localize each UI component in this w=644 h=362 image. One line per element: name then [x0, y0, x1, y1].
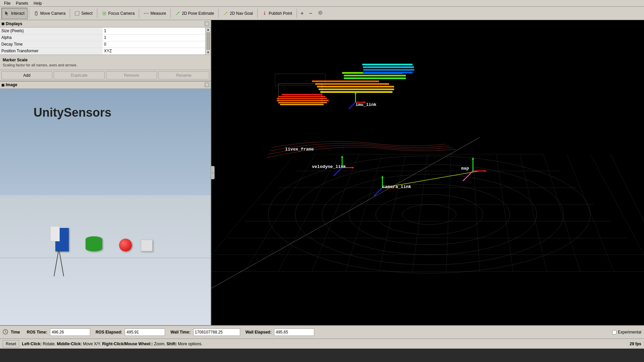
svg-rect-60	[344, 75, 406, 76]
toolbar-pose-estimate-button[interactable]: 2D Pose Estimate	[172, 8, 217, 19]
svg-rect-50	[277, 98, 327, 99]
3d-view[interactable]: imu_link livox_frame velodyne_link camer…	[211, 20, 644, 325]
svg-rect-1	[35, 11, 37, 15]
white-box	[141, 240, 153, 251]
menu-file[interactable]: File	[1, 1, 13, 6]
toolbar-publish-point-button[interactable]: Publish Point	[259, 8, 295, 19]
collapse-handle[interactable]: ‹	[211, 166, 215, 179]
toolbar-focus-camera-button[interactable]: Focus Camera	[99, 8, 138, 19]
floor-line	[0, 258, 211, 258]
prop-value-size[interactable]: 1	[103, 27, 205, 34]
toolbar-separator-1	[29, 9, 29, 18]
add-button[interactable]: Add	[1, 71, 52, 79]
svg-rect-63	[363, 66, 414, 68]
image-panel-icon: ▣	[1, 83, 4, 87]
right-click-action: Zoom.	[154, 342, 166, 346]
rename-button[interactable]: Rename	[158, 71, 209, 79]
svg-line-36	[520, 154, 547, 272]
toolbar-interact-button[interactable]: Interact	[1, 8, 28, 19]
prop-value-alpha[interactable]: 1	[103, 34, 205, 41]
prop-value-decay[interactable]: 0	[103, 41, 205, 48]
left-click-action: Rotate.	[43, 342, 57, 346]
nav-icon	[223, 11, 228, 16]
marker-scale-title: Marker Scale	[3, 58, 208, 62]
prop-name-alpha: Alpha	[0, 34, 103, 41]
prop-name-pos-transform: Position Transformer	[0, 48, 103, 54]
toolbar-plus-button[interactable]: +	[298, 8, 306, 19]
svg-rect-55	[315, 83, 389, 85]
experimental-section: Experimental	[612, 330, 641, 335]
ros-elapsed-input[interactable]	[125, 328, 165, 336]
image-panel-resize-icon[interactable]	[205, 82, 209, 87]
wall-elapsed-input[interactable]	[274, 328, 314, 336]
svg-line-27	[245, 154, 315, 272]
toolbar-separator-7	[257, 9, 258, 18]
toolbar-minus-button[interactable]: −	[307, 8, 314, 19]
toolbar-measure-button[interactable]: Measure	[141, 8, 169, 19]
cursor-icon	[4, 11, 10, 16]
svg-rect-58	[320, 91, 392, 93]
statusbar: Reset Left-Click: Rotate. Middle-Click: …	[0, 339, 644, 349]
right-click-label: Right-Click/Mouse Wheel::	[102, 342, 153, 346]
prop-row-alpha: Alpha 1	[0, 34, 205, 41]
measure-icon	[144, 11, 149, 16]
svg-marker-83	[381, 176, 383, 178]
scroll-down-button[interactable]: ▼	[206, 50, 210, 55]
prop-name-decay: Decay Time	[0, 41, 103, 48]
middle-click-action: Move X/Y.	[83, 342, 102, 346]
svg-marker-69	[364, 101, 366, 103]
svg-marker-91	[472, 158, 474, 160]
scroll-up-button[interactable]: ▲	[206, 27, 210, 32]
svg-point-44	[322, 174, 537, 255]
image-canvas: UnitySensors	[0, 89, 211, 325]
gear-icon	[318, 10, 323, 16]
wall-elapsed-label: Wall Elapsed:	[246, 330, 272, 335]
svg-line-35	[496, 154, 513, 272]
reset-button[interactable]: Reset	[3, 340, 19, 348]
experimental-label: Experimental	[618, 330, 641, 335]
svg-line-31	[379, 154, 406, 272]
svg-point-43	[349, 184, 510, 245]
green-cylinder	[86, 236, 102, 251]
prop-row-size: Size (Pixels) 1	[0, 27, 205, 34]
svg-marker-75	[352, 167, 354, 169]
displays-scrollbar[interactable]: ▲ ▼	[205, 27, 211, 55]
svg-rect-56	[317, 86, 394, 87]
svg-rect-54	[312, 80, 379, 82]
svg-rect-65	[363, 72, 413, 73]
ros-time-input[interactable]	[50, 328, 90, 336]
svg-rect-52	[278, 102, 327, 103]
small-white-box	[50, 226, 60, 241]
svg-point-42	[376, 194, 483, 235]
prop-row-decay-time: Decay Time 0	[0, 41, 205, 48]
remove-button[interactable]: Remove	[106, 71, 157, 79]
toolbar-separator-2	[70, 9, 70, 18]
svg-point-13	[264, 13, 265, 15]
menu-help[interactable]: Help	[31, 1, 45, 6]
ros-elapsed-label: ROS Elapsed:	[96, 330, 122, 335]
shift-action: More options.	[178, 342, 203, 346]
scroll-thumb[interactable]	[207, 33, 210, 50]
menu-panels[interactable]: Panels	[13, 1, 31, 6]
duplicate-button[interactable]: Duplicate	[54, 71, 105, 79]
plus-icon: +	[301, 10, 304, 16]
prop-value-pos-transform[interactable]: XYZ	[103, 48, 205, 54]
move-icon	[34, 11, 39, 16]
experimental-checkbox[interactable]	[612, 330, 616, 335]
marker-scale-section: Marker Scale Scaling factor for all name…	[0, 55, 211, 70]
svg-rect-17	[205, 83, 209, 86]
toolbar-separator-5	[170, 9, 171, 18]
shift-label: Shift:	[167, 342, 177, 346]
toolbar-nav-goal-button[interactable]: 2D Nav Goal	[220, 8, 256, 19]
displays-property-table: Size (Pixels) 1 Alpha 1 Decay Time 0 Pos…	[0, 27, 205, 55]
time-title: Time	[11, 330, 20, 335]
wall-time-input[interactable]	[193, 328, 240, 336]
toolbar-move-camera-button[interactable]: Move Camera	[31, 8, 68, 19]
svg-line-40	[610, 154, 644, 221]
svg-rect-51	[277, 100, 329, 101]
panel-resize-icon[interactable]	[205, 21, 209, 26]
toolbar-select-button[interactable]: Select	[71, 8, 95, 19]
point-icon	[262, 11, 267, 16]
toolbar-settings-button[interactable]	[315, 8, 325, 19]
svg-point-45	[295, 164, 564, 265]
